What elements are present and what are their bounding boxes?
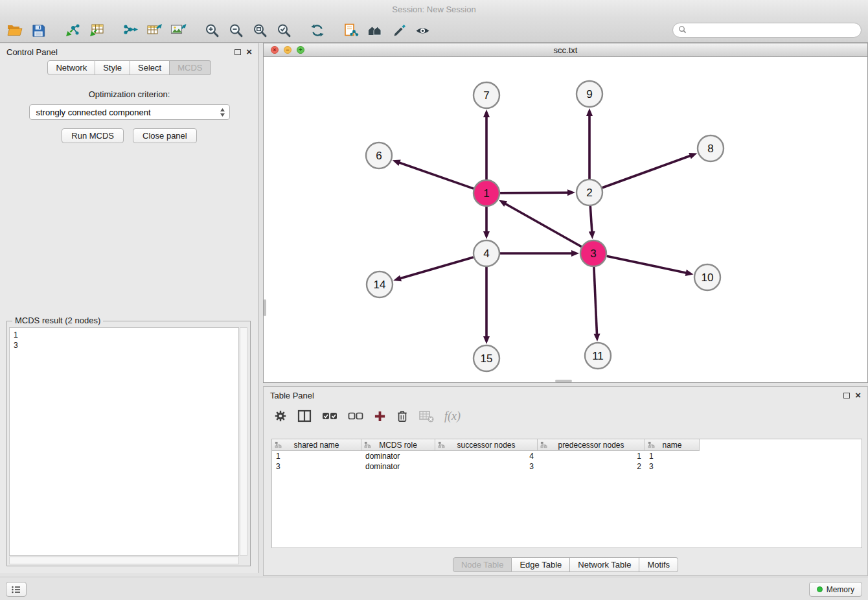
node-11[interactable]: 11 [585, 343, 611, 369]
add-column-button[interactable] [374, 410, 386, 422]
node-label-11: 11 [592, 350, 604, 362]
node-3[interactable]: 3 [580, 240, 606, 266]
table-cell: 3 [272, 462, 361, 471]
table-tabs: Node TableEdge TableNetwork TableMotifs [264, 557, 867, 572]
node-2[interactable]: 2 [577, 179, 602, 205]
edge-1-2[interactable] [500, 189, 575, 196]
maximize-window-icon[interactable]: + [297, 46, 304, 54]
search-box[interactable] [672, 23, 862, 38]
attribute-icon [540, 441, 547, 448]
table-row-2[interactable]: 3dominator323 [272, 461, 862, 472]
run-mcds-button[interactable]: Run MCDS [62, 128, 124, 143]
column-header-shared-name[interactable]: shared name [272, 439, 361, 451]
node-14[interactable]: 14 [367, 271, 393, 297]
table-row-1[interactable]: 1dominator411 [272, 451, 862, 461]
edge-1-7[interactable] [483, 110, 490, 179]
control-tab-network[interactable]: Network [47, 60, 95, 75]
select-all-rows-button[interactable] [322, 410, 337, 422]
column-header-name[interactable]: name [645, 439, 700, 451]
criterion-dropdown[interactable]: strongly connected component [29, 104, 230, 120]
toggle-columns-button[interactable] [297, 410, 312, 422]
edge-2-9[interactable] [586, 108, 593, 179]
apply-style-button[interactable] [387, 20, 411, 41]
edge-3-1[interactable] [499, 200, 582, 247]
refresh-view-button[interactable] [305, 20, 329, 41]
close-window-icon[interactable]: × [271, 46, 279, 54]
import-network-button[interactable] [60, 20, 84, 41]
first-neighbors-button[interactable] [363, 20, 387, 41]
attribute-icon [648, 441, 655, 448]
zoom-out-button[interactable] [223, 20, 247, 41]
edge-3-10[interactable] [607, 256, 694, 276]
edge-3-11[interactable] [594, 267, 600, 341]
minimize-window-icon[interactable]: − [284, 46, 291, 54]
import-table-button[interactable] [84, 20, 108, 41]
float-panel-icon[interactable] [234, 49, 241, 55]
table-tab-motifs[interactable]: Motifs [639, 557, 678, 572]
trash-icon [396, 410, 408, 422]
column-header-mcds-role[interactable]: MCDS role [361, 439, 435, 451]
close-panel-icon[interactable]: × [246, 48, 252, 56]
network-canvas[interactable]: 7968124314101511 [264, 57, 867, 382]
gear-icon [274, 410, 287, 422]
edge-1-4[interactable] [483, 207, 490, 239]
close-panel-button[interactable]: Close panel [133, 128, 197, 143]
result-vertical-scrollbar[interactable] [240, 327, 247, 556]
edge-4-15[interactable] [483, 267, 490, 344]
export-network-button[interactable] [118, 20, 142, 41]
delete-column-button[interactable] [396, 410, 408, 422]
result-horizontal-scrollbar[interactable] [9, 557, 239, 564]
memory-button[interactable]: Memory [809, 582, 862, 597]
edge-line [602, 156, 691, 187]
table-tab-node-table[interactable]: Node Table [453, 557, 512, 572]
open-file-button[interactable] [3, 20, 27, 41]
search-input[interactable] [690, 25, 856, 35]
panel-selector-button[interactable] [6, 582, 27, 597]
node-1[interactable]: 1 [474, 180, 499, 206]
node-4[interactable]: 4 [474, 240, 499, 266]
criterion-value: strongly connected component [36, 108, 151, 117]
toolbar-gap [295, 30, 305, 31]
node-7[interactable]: 7 [474, 82, 499, 108]
edge-4-3[interactable] [500, 250, 579, 257]
zoom-fit-button[interactable] [247, 20, 271, 41]
folder-open-icon [6, 23, 23, 38]
node-label-8: 8 [707, 143, 713, 155]
control-panel: Control Panel × NetworkStyleSelectMCDS O… [0, 43, 259, 573]
table-tab-network-table[interactable]: Network Table [570, 557, 639, 572]
table-tab-edge-table[interactable]: Edge Table [512, 557, 570, 572]
network-from-selection-button[interactable] [339, 20, 363, 41]
node-15[interactable]: 15 [474, 345, 499, 371]
network-graph[interactable]: 7968124314101511 [264, 57, 867, 382]
control-tab-style[interactable]: Style [95, 60, 130, 75]
edge-4-14[interactable] [393, 257, 474, 281]
deselect-all-rows-button[interactable] [348, 410, 363, 422]
node-label-9: 9 [586, 88, 592, 100]
float-table-panel-icon[interactable] [843, 393, 850, 398]
node-6[interactable]: 6 [366, 143, 392, 168]
column-header-predecessor-nodes[interactable]: predecessor nodes [538, 439, 645, 451]
edge-2-8[interactable] [602, 153, 698, 188]
control-tab-select[interactable]: Select [130, 60, 170, 75]
vertical-scrollbar-stub[interactable] [264, 299, 266, 316]
node-9[interactable]: 9 [577, 81, 602, 107]
export-image-button[interactable] [166, 20, 190, 41]
node-8[interactable]: 8 [698, 135, 724, 161]
node-10[interactable]: 10 [694, 264, 720, 290]
zoom-in-button[interactable] [200, 20, 223, 41]
close-table-panel-icon[interactable]: × [855, 391, 861, 399]
edge-1-6[interactable] [393, 160, 474, 189]
show-graphics-details-button[interactable] [411, 20, 435, 41]
edge-2-3[interactable] [589, 206, 595, 239]
save-session-button[interactable] [27, 20, 51, 41]
export-table-button[interactable] [142, 20, 166, 41]
table-settings-button[interactable] [274, 410, 287, 422]
table-panel: Table Panel × f(x) shared nameMCDS roles… [263, 386, 868, 576]
column-header-successor-nodes[interactable]: successor nodes [435, 439, 538, 451]
network-window-title: scc.txt [264, 45, 867, 55]
horizontal-scrollbar-stub[interactable] [555, 380, 572, 382]
control-tab-mcds[interactable]: MCDS [170, 60, 211, 75]
main-toolbar-buttons [3, 18, 435, 43]
app-window: Session: New Session Control Panel × Net… [0, 0, 868, 600]
zoom-selected-button[interactable] [271, 20, 295, 41]
